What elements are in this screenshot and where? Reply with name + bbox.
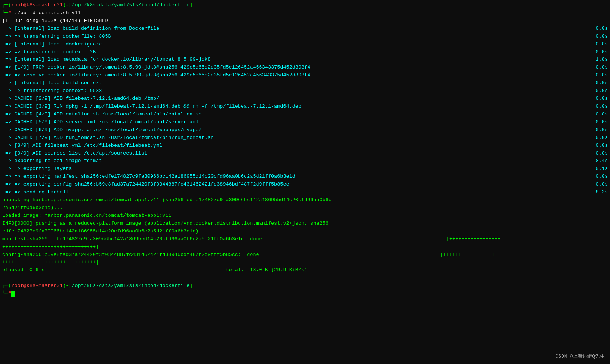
line-l19: => => exporting layers 0.1s xyxy=(0,165,610,173)
prompt-path-1: /opt/k8s-data/yaml/sls/inpod/dockerfile xyxy=(72,1,189,9)
line-l5-time: 1.8s xyxy=(589,56,608,64)
line-l12: => CACHED [4/9] ADD catalina.sh /usr/loc… xyxy=(0,111,610,118)
line-l28-text: manifest-sha256:edfe174827c9fa30966bc142… xyxy=(2,235,608,243)
prompt-line-2: ┌─(root@k8s-master01)-[/opt/k8s-data/yam… xyxy=(0,282,610,290)
prompt-hash-2: # xyxy=(8,290,11,298)
line-l9-time: 0.0s xyxy=(589,87,608,95)
line-l20-text: => => exporting manifest sha256:edfe1748… xyxy=(2,173,586,181)
line-l6-text: => [1/9] FROM docker.io/library/tomcat:8… xyxy=(2,64,586,72)
command-line: └─# ./build-command.sh v11 xyxy=(0,9,610,17)
line-l25-text: Loaded image: harbor.panasonic.cn/tomcat… xyxy=(2,212,608,220)
line-l11-text: => CACHED [3/9] RUN dpkg -i /tmp/filebea… xyxy=(2,103,586,111)
watermark: CSDN @上海运维Q先生 xyxy=(555,353,605,360)
line-l3-time: 0.0s xyxy=(589,41,608,48)
build-status-text: [+] Building 10.3s (14/14) FINISHED xyxy=(2,17,608,25)
prompt-path-2: /opt/k8s-data/yaml/sls/inpod/dockerfile xyxy=(72,282,189,290)
empty-line xyxy=(0,274,610,282)
line-l1-text: => [internal] load build definition from… xyxy=(2,25,586,33)
line-l22-time: 8.3s xyxy=(589,189,608,196)
line-l14-time: 0.0s xyxy=(589,126,608,134)
line-l21-time: 0.0s xyxy=(589,181,608,189)
cursor xyxy=(11,291,15,297)
line-l12-time: 0.0s xyxy=(589,111,608,118)
line-l28: manifest-sha256:edfe174827c9fa30966bc142… xyxy=(0,235,610,243)
line-l1-time: 0.0s xyxy=(589,25,608,33)
line-l6-time: 0.0s xyxy=(589,64,608,72)
line-l7-time: 0.0s xyxy=(589,72,608,79)
line-l19-time: 0.1s xyxy=(589,165,608,173)
line-l26-text: INFO[0000] pushing as a reduced-platform… xyxy=(2,220,608,228)
line-l25: Loaded image: harbor.panasonic.cn/tomcat… xyxy=(0,212,610,220)
line-l16: => [8/9] ADD filebeat.yml /etc/filebeat/… xyxy=(0,142,610,150)
line-l21-text: => => exporting config sha256:b59e8fad37… xyxy=(2,181,586,189)
line-l14-text: => CACHED [6/9] ADD myapp.tar.gz /usr/lo… xyxy=(2,126,586,134)
prompt-bracket-1: )-[ xyxy=(63,1,72,9)
line-l27: edfe174827c9fa30966bc142a186955d14c20cfd… xyxy=(0,228,610,235)
prompt-bracket-2: )-[ xyxy=(63,282,72,290)
build-status-line: [+] Building 10.3s (14/14) FINISHED xyxy=(0,17,610,25)
line-l5-text: => [internal] load metadata for docker.i… xyxy=(2,56,586,64)
prompt-end-1: ] xyxy=(189,1,192,9)
command-line-2: └─# xyxy=(0,290,610,298)
line-l13: => CACHED [5/9] ADD server.xml /usr/loca… xyxy=(0,118,610,126)
prompt-dash-1: ┌─( xyxy=(2,1,11,9)
prompt-line-1: ┌─(root@k8s-master01)-[/opt/k8s-data/yam… xyxy=(0,1,610,9)
line-l17-text: => [9/9] ADD sources.list /etc/apt/sourc… xyxy=(2,150,586,158)
line-l18-time: 8.4s xyxy=(589,157,608,165)
line-l18-text: => exporting to oci image format xyxy=(2,157,586,165)
line-l1: => [internal] load build definition from… xyxy=(0,25,610,33)
line-l32-text: elapsed: 0.6 s total: 18.0 K (29.9 KiB/s… xyxy=(2,266,608,274)
line-l31: +++++++++++++++++++++++++++++++| xyxy=(0,259,610,266)
line-l20-time: 0.0s xyxy=(589,173,608,181)
line-l4: => => transferring context: 2B 0.0s xyxy=(0,48,610,56)
line-l27-text: edfe174827c9fa30966bc142a186955d14c20cfd… xyxy=(2,228,608,235)
line-l29-text: +++++++++++++++++++++++++++++++| xyxy=(2,243,608,251)
line-l8-text: => [internal] load build context xyxy=(2,79,586,87)
line-l26: INFO[0000] pushing as a reduced-platform… xyxy=(0,220,610,228)
line-l15-time: 0.0s xyxy=(589,134,608,142)
line-l7: => => resolve docker.io/library/tomcat:8… xyxy=(0,72,610,79)
line-l9: => => transferring context: 9538 0.0s xyxy=(0,87,610,95)
prompt-hash-1: # xyxy=(8,9,11,17)
line-l15-text: => CACHED [7/9] ADD run_tomcat.sh /usr/l… xyxy=(2,134,586,142)
line-l22-text: => => sending tarball xyxy=(2,189,586,196)
prompt-dash-2: ┌─( xyxy=(2,282,11,290)
line-l17-time: 0.0s xyxy=(589,150,608,158)
prompt-symbol-1: └─ xyxy=(2,9,8,17)
line-l17: => [9/9] ADD sources.list /etc/apt/sourc… xyxy=(0,150,610,158)
line-l4-time: 0.0s xyxy=(589,48,608,56)
line-l12-text: => CACHED [4/9] ADD catalina.sh /usr/loc… xyxy=(2,111,586,118)
line-l20: => => exporting manifest sha256:edfe1748… xyxy=(0,173,610,181)
line-l31-text: +++++++++++++++++++++++++++++++| xyxy=(2,259,608,266)
line-l32: elapsed: 0.6 s total: 18.0 K (29.9 KiB/s… xyxy=(0,266,610,274)
prompt-user-1: root@k8s-master01 xyxy=(11,1,63,9)
line-l30: config-sha256:b59e8fad37a724420f3f034488… xyxy=(0,251,610,259)
line-l8-time: 0.0s xyxy=(589,79,608,87)
line-l2: => => transferring dockerfile: 805B 0.0s xyxy=(0,33,610,41)
line-l3-text: => [internal] load .dockerignore xyxy=(2,41,586,48)
line-l2-time: 0.0s xyxy=(589,33,608,41)
prompt-user-2: root@k8s-master01 xyxy=(11,282,63,290)
line-l14: => CACHED [6/9] ADD myapp.tar.gz /usr/lo… xyxy=(0,126,610,134)
line-l13-time: 0.0s xyxy=(589,118,608,126)
line-l24-text: 2a5d21ff0a6b3e1d)... xyxy=(2,204,608,212)
line-l29: +++++++++++++++++++++++++++++++| xyxy=(0,243,610,251)
line-l11: => CACHED [3/9] RUN dpkg -i /tmp/filebea… xyxy=(0,103,610,111)
line-l9-text: => => transferring context: 9538 xyxy=(2,87,586,95)
prompt-symbol-2: └─ xyxy=(2,290,8,298)
line-l2-text: => => transferring dockerfile: 805B xyxy=(2,33,586,41)
line-l22: => => sending tarball 8.3s xyxy=(0,189,610,196)
line-l10-time: 0.0s xyxy=(589,95,608,103)
line-l3: => [internal] load .dockerignore 0.0s xyxy=(0,41,610,48)
line-l30-text: config-sha256:b59e8fad37a724420f3f034488… xyxy=(2,251,608,259)
line-l8: => [internal] load build context 0.0s xyxy=(0,79,610,87)
line-l7-text: => => resolve docker.io/library/tomcat:8… xyxy=(2,72,586,79)
line-l10-text: => CACHED [2/9] ADD filebeat-7.12.1-amd6… xyxy=(2,95,586,103)
line-l16-text: => [8/9] ADD filebeat.yml /etc/filebeat/… xyxy=(2,142,586,150)
line-l19-text: => => exporting layers xyxy=(2,165,586,173)
line-l18: => exporting to oci image format 8.4s xyxy=(0,157,610,165)
line-l13-text: => CACHED [5/9] ADD server.xml /usr/loca… xyxy=(2,118,586,126)
line-l24: 2a5d21ff0a6b3e1d)... xyxy=(0,204,610,212)
line-l23-text: unpacking harbor.panasonic.cn/tomcat/tom… xyxy=(2,196,608,204)
command-text: ./build-command.sh v11 xyxy=(11,9,81,17)
